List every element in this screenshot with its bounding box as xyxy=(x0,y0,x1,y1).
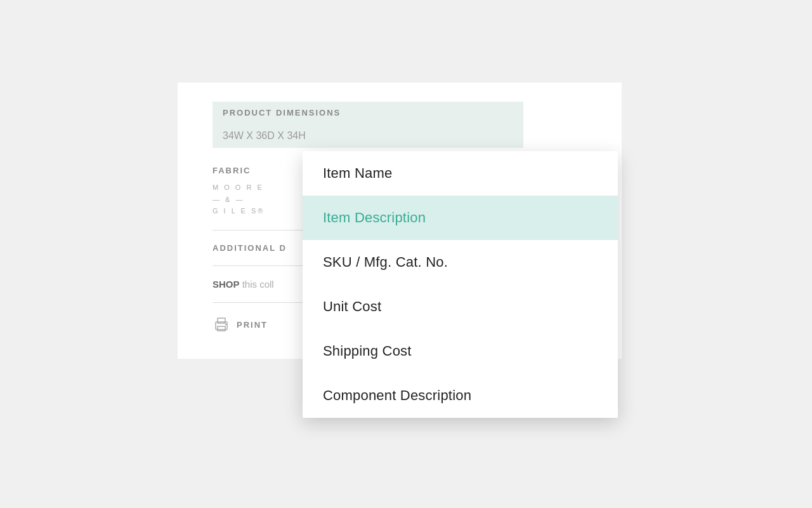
svg-point-3 xyxy=(225,324,226,325)
svg-rect-2 xyxy=(218,326,225,331)
dropdown-item-2[interactable]: SKU / Mfg. Cat. No. xyxy=(303,240,618,284)
product-dimensions-label: PRODUCT DIMENSIONS xyxy=(213,102,523,124)
dropdown-item-1[interactable]: Item Description xyxy=(303,196,618,240)
print-icon xyxy=(213,316,230,333)
dropdown-item-4[interactable]: Shipping Cost xyxy=(303,329,618,373)
print-label: PRINT xyxy=(237,320,268,330)
product-dimensions-value: 34W X 36D X 34H xyxy=(213,124,523,148)
dropdown-item-3[interactable]: Unit Cost xyxy=(303,284,618,329)
dropdown-item-0[interactable]: Item Name xyxy=(303,151,618,196)
dropdown-menu[interactable]: Item NameItem DescriptionSKU / Mfg. Cat.… xyxy=(303,151,618,418)
page-container: PRODUCT DIMENSIONS 34W X 36D X 34H FABRI… xyxy=(0,0,812,508)
product-dimensions-section: PRODUCT DIMENSIONS 34W X 36D X 34H xyxy=(213,102,596,148)
shop-suffix: this coll xyxy=(242,279,274,290)
dropdown-item-5[interactable]: Component Description xyxy=(303,373,618,418)
svg-rect-1 xyxy=(218,318,225,323)
shop-strong: SHOP xyxy=(213,279,240,290)
